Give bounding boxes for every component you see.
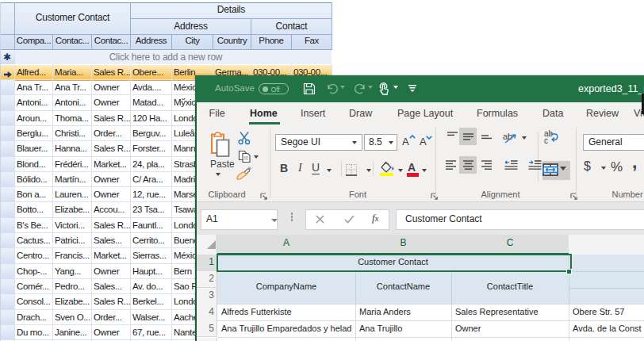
svg-text:c: c: [544, 136, 548, 144]
svg-text:ab: ab: [503, 132, 512, 141]
